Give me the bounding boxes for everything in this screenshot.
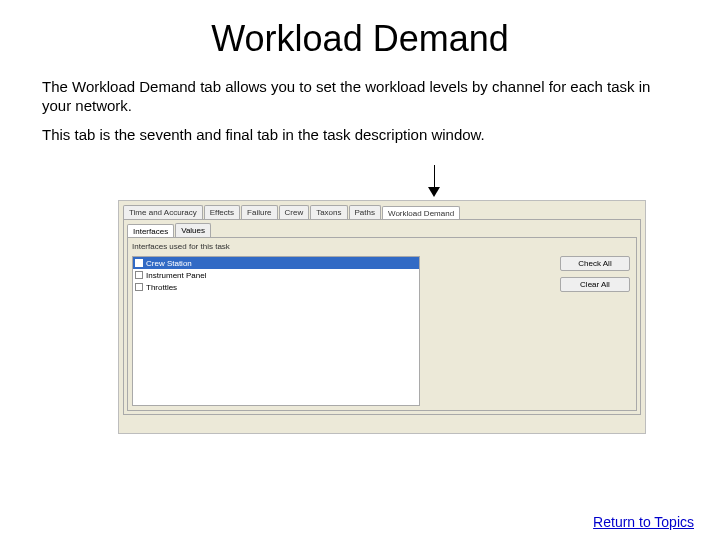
clear-all-button[interactable]: Clear All — [560, 277, 630, 292]
list-item[interactable]: Throttles — [133, 281, 419, 293]
checkbox-icon[interactable] — [135, 271, 143, 279]
subtab-interfaces[interactable]: Interfaces — [127, 224, 174, 238]
interfaces-panel: Interfaces used for this task Crew Stati… — [127, 237, 637, 411]
list-item-label: Instrument Panel — [146, 271, 206, 280]
list-item-label: Crew Station — [146, 259, 192, 268]
tab-paths[interactable]: Paths — [349, 205, 381, 219]
tab-taxons[interactable]: Taxons — [310, 205, 347, 219]
tab-time-and-accuracy[interactable]: Time and Accuracy — [123, 205, 203, 219]
return-to-topics-link[interactable]: Return to Topics — [593, 514, 694, 530]
check-all-button[interactable]: Check All — [560, 256, 630, 271]
task-description-window: Time and Accuracy Effects Failure Crew T… — [118, 200, 646, 434]
tab-workload-demand[interactable]: Workload Demand — [382, 206, 460, 220]
checkbox-icon[interactable] — [135, 283, 143, 291]
tab-crew[interactable]: Crew — [279, 205, 310, 219]
tab-effects[interactable]: Effects — [204, 205, 240, 219]
description-2: This tab is the seventh and final tab in… — [42, 126, 678, 145]
list-item[interactable]: Instrument Panel — [133, 269, 419, 281]
list-item-label: Throttles — [146, 283, 177, 292]
tab-panel: Interfaces Values Interfaces used for th… — [123, 219, 641, 415]
main-tab-row: Time and Accuracy Effects Failure Crew T… — [119, 201, 645, 219]
list-item[interactable]: Crew Station — [133, 257, 419, 269]
interfaces-listbox[interactable]: Crew Station Instrument Panel Throttles — [132, 256, 420, 406]
description-1: The Workload Demand tab allows you to se… — [42, 78, 678, 116]
checkbox-icon[interactable] — [135, 259, 143, 267]
list-label: Interfaces used for this task — [128, 238, 636, 253]
sub-tab-row: Interfaces Values — [124, 220, 640, 237]
pointer-arrow — [428, 165, 442, 199]
side-buttons: Check All Clear All — [560, 256, 630, 292]
page-title: Workload Demand — [0, 18, 720, 60]
subtab-values[interactable]: Values — [175, 223, 211, 237]
tab-failure[interactable]: Failure — [241, 205, 277, 219]
